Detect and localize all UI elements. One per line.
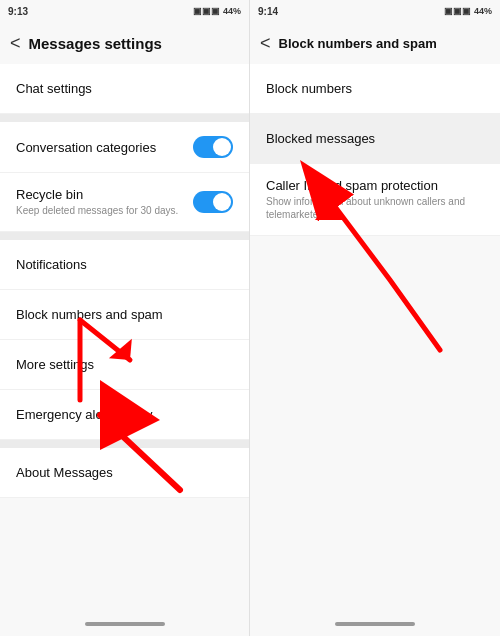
about-messages-label: About Messages xyxy=(16,465,113,480)
left-top-bar: < Messages settings xyxy=(0,22,249,64)
divider-3 xyxy=(0,440,249,448)
left-panel-wrapper: 9:13 ▣▣▣ 44% < Messages settings Chat se… xyxy=(0,0,250,636)
blocked-messages-label: Blocked messages xyxy=(266,131,375,146)
battery-right: ▣▣▣ 44% xyxy=(444,6,492,16)
conv-cat-text: Conversation categories xyxy=(16,140,156,155)
recycle-bin-toggle-knob xyxy=(213,193,231,211)
notifications-text: Notifications xyxy=(16,257,87,272)
block-numbers-sub-item[interactable]: Block numbers xyxy=(250,64,500,114)
more-settings-item[interactable]: More settings xyxy=(0,340,249,390)
caller-id-label: Caller ID and spam protection xyxy=(266,178,484,193)
block-numbers-sub-label: Block numbers xyxy=(266,81,352,96)
left-back-button[interactable]: < xyxy=(10,33,21,54)
conversation-categories-item[interactable]: Conversation categories xyxy=(0,122,249,173)
left-bottom-bar xyxy=(0,612,249,636)
emergency-alert-item[interactable]: Emergency alert history xyxy=(0,390,249,440)
blocked-messages-item[interactable]: Blocked messages xyxy=(250,114,500,164)
emergency-alert-text: Emergency alert history xyxy=(16,407,153,422)
conv-cat-toggle-knob xyxy=(213,138,231,156)
right-panel-wrapper: 9:14 ▣▣▣ 44% < Block numbers and spam Bl… xyxy=(250,0,500,636)
notifications-item[interactable]: Notifications xyxy=(0,240,249,290)
right-page-title: Block numbers and spam xyxy=(279,36,437,51)
left-page-title: Messages settings xyxy=(29,35,162,52)
chat-settings-text: Chat settings xyxy=(16,81,92,96)
caller-id-item[interactable]: Caller ID and spam protection Show infor… xyxy=(250,164,500,236)
caller-id-sublabel: Show information about unknown callers a… xyxy=(266,195,484,221)
conv-cat-label: Conversation categories xyxy=(16,140,156,155)
emergency-alert-label: Emergency alert history xyxy=(16,407,153,422)
right-home-indicator xyxy=(335,622,415,626)
block-numbers-text: Block numbers and spam xyxy=(16,307,163,322)
right-settings-list: Block numbers Blocked messages Caller ID… xyxy=(250,64,500,612)
caller-id-text: Caller ID and spam protection Show infor… xyxy=(266,178,484,221)
chat-settings-item[interactable]: Chat settings xyxy=(0,64,249,114)
divider-1 xyxy=(0,114,249,122)
block-numbers-label: Block numbers and spam xyxy=(16,307,163,322)
recycle-bin-toggle[interactable] xyxy=(193,191,233,213)
about-messages-text: About Messages xyxy=(16,465,113,480)
time-left: 9:13 xyxy=(8,6,28,17)
notifications-label: Notifications xyxy=(16,257,87,272)
more-settings-text: More settings xyxy=(16,357,94,372)
recycle-bin-label: Recycle bin xyxy=(16,187,178,202)
left-panel: 9:13 ▣▣▣ 44% < Messages settings Chat se… xyxy=(0,0,250,636)
left-settings-list: Chat settings Conversation categories Re… xyxy=(0,64,249,612)
left-status-icons: ▣▣▣ 44% xyxy=(193,6,241,16)
chat-settings-label: Chat settings xyxy=(16,81,92,96)
recycle-bin-sublabel: Keep deleted messages for 30 days. xyxy=(16,204,178,217)
right-top-bar: < Block numbers and spam xyxy=(250,22,500,64)
recycle-bin-text: Recycle bin Keep deleted messages for 30… xyxy=(16,187,178,217)
right-status-bar: 9:14 ▣▣▣ 44% xyxy=(250,0,500,22)
left-home-indicator xyxy=(85,622,165,626)
right-status-icons: ▣▣▣ 44% xyxy=(444,6,492,16)
block-numbers-sub-text: Block numbers xyxy=(266,81,352,96)
right-back-button[interactable]: < xyxy=(260,33,271,54)
blocked-messages-text: Blocked messages xyxy=(266,131,375,146)
right-bottom-bar xyxy=(250,612,500,636)
left-status-time: 9:13 xyxy=(8,6,28,17)
recycle-bin-item[interactable]: Recycle bin Keep deleted messages for 30… xyxy=(0,173,249,232)
time-right: 9:14 xyxy=(258,6,278,17)
more-settings-label: More settings xyxy=(16,357,94,372)
right-panel: 9:14 ▣▣▣ 44% < Block numbers and spam Bl… xyxy=(250,0,500,636)
conv-cat-toggle[interactable] xyxy=(193,136,233,158)
left-status-bar: 9:13 ▣▣▣ 44% xyxy=(0,0,249,22)
about-messages-item[interactable]: About Messages xyxy=(0,448,249,498)
divider-2 xyxy=(0,232,249,240)
block-numbers-item[interactable]: Block numbers and spam xyxy=(0,290,249,340)
battery-left: ▣▣▣ 44% xyxy=(193,6,241,16)
right-status-time: 9:14 xyxy=(258,6,278,17)
